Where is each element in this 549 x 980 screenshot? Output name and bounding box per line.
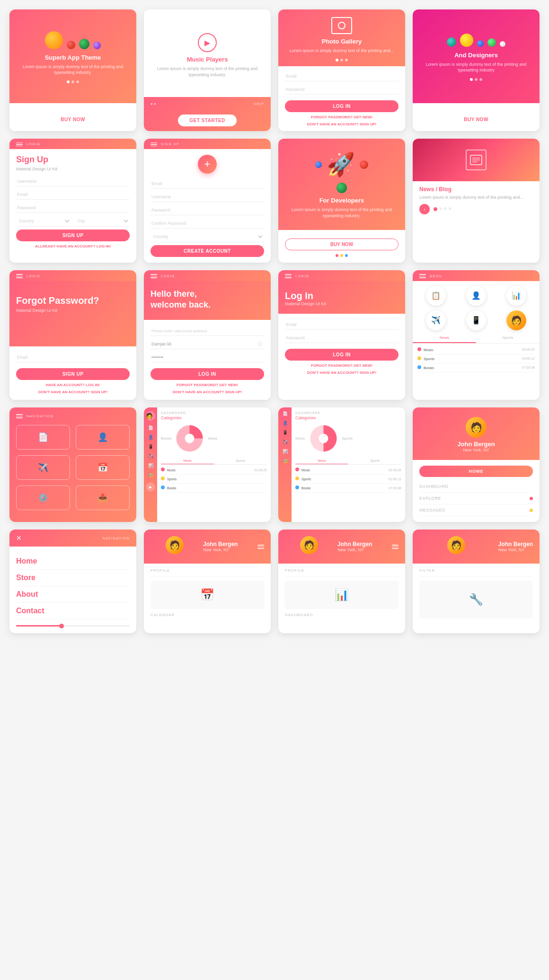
dash-tab-news[interactable]: News [161,458,214,464]
country-select[interactable]: Country [16,216,71,227]
menu-circle-doc[interactable]: 📋 [426,286,446,306]
hamburger-icon-hello[interactable] [151,274,157,278]
tab-news[interactable]: News [413,333,476,343]
hamburger-icon-2[interactable] [151,142,157,147]
nav-link-home[interactable]: Home [16,553,130,570]
plus-button[interactable]: + [198,155,217,174]
card-header-1: Superb App Theme Lorem ipsum is simply d… [9,9,136,103]
password-input-create[interactable] [151,205,264,215]
profile-home-button[interactable]: HOME [419,466,533,477]
sidebar-icon-user[interactable]: 👤 [148,435,153,440]
nav-icon-send[interactable]: ✈️ [16,455,70,480]
signup-already-link: ALLREADY HAVE AN ACCOUNT? LOG IN! [16,244,130,248]
close-icon[interactable]: ✕ [16,534,22,542]
email-input-login[interactable] [285,320,398,330]
sidebar-icon-phone[interactable]: 📱 [148,444,153,449]
hello-login-button[interactable]: LOG IN [151,368,264,380]
password-input-gallery[interactable] [285,85,398,95]
create-account-button[interactable]: CREATE ACCOUNT [151,245,264,257]
card-superb-app-theme: Superb App Theme Lorem ipsum is simply d… [9,9,136,131]
sidebar-icon-chart[interactable]: 📊 [148,463,153,468]
dash-tab-sports[interactable]: Sports [214,458,267,464]
dash-3-tabs: News Sports [295,458,401,465]
tab-sports[interactable]: Sports [476,333,540,343]
buy-now-button-2[interactable]: BUY NOW [452,114,500,125]
card-profile-bergen: 🧑 John Bergen New York, NY HOME DASHBOAR… [413,407,540,522]
hello-username-input[interactable] [151,339,264,349]
signup-title: Sign Up [16,155,130,165]
designers-title: And Designers [454,52,498,59]
email-input-fp[interactable] [16,353,130,362]
sb3-icon-chart[interactable]: 📊 [283,449,288,454]
hello-label: LOGIN [161,274,175,278]
info-icon: ⓘ [257,341,262,347]
card-create-account: SIGN UP + Country CREATE ACCOUNT [144,139,271,263]
nav-icon-user[interactable]: 👤 [76,425,130,450]
planet-orange [45,31,63,49]
sb3-icon-phone[interactable]: 📱 [283,430,288,435]
dash3-tab-sports[interactable]: Sports [348,458,401,464]
password-input-signup[interactable] [16,203,130,213]
menu-circle-user[interactable]: 👤 [466,286,486,306]
sidebar-icon-doc[interactable]: 📄 [148,425,153,430]
hamburger-icon-fp[interactable] [16,274,23,278]
menu-circle-phone[interactable]: 📱 [466,310,486,330]
hamburger-profile-3[interactable] [392,545,398,549]
sb3-icon-doc[interactable]: 📄 [283,411,288,416]
news-chevron-icon[interactable]: › [419,204,430,214]
orbs-illustration: 🚀 [315,151,368,178]
menu-circle-send[interactable]: ✈️ [426,310,446,330]
nav-link-about[interactable]: About [16,586,130,603]
city-select[interactable]: City [75,216,130,227]
get-started-button[interactable]: GET STARTED [178,115,236,126]
sidebar-icon-play[interactable]: ▶ [146,482,155,492]
sb3-icon-send[interactable]: ✈️ [283,440,288,444]
fp-subtitle: Material Design UI Kit [16,308,130,313]
sb3-icon-user[interactable]: 👤 [283,421,288,425]
play-button[interactable]: ▶ [198,33,217,52]
profile-body: HOME DASHBOARD EXPLORE MESSAGES [413,460,540,522]
sidebar-icon-send[interactable]: ✈️ [148,454,153,459]
menu-circle-avatar[interactable]: 🧑 [506,310,526,330]
buy-now-button-1[interactable]: BUY NOW [49,114,97,125]
nav-link-contact[interactable]: Contact [16,603,130,619]
username-input-create[interactable] [151,192,264,202]
email-input-create[interactable] [151,179,264,189]
profile-menu-explore[interactable]: EXPLORE [419,493,533,504]
nav-icon-gear[interactable]: ⚙️ [16,486,70,510]
login-button-3[interactable]: LOG IN [285,349,398,361]
nav-link-store[interactable]: Store [16,570,130,586]
hello-password-input[interactable] [151,353,264,362]
buy-now-button-dev[interactable]: BUY NOW [285,238,398,250]
hamburger-icon-menu[interactable] [419,274,426,278]
email-input-gallery[interactable] [285,71,398,81]
dash3-tab-news[interactable]: News [295,458,348,464]
pie-area-2: Books News [161,423,267,454]
login-button-gallery[interactable]: LOG IN [285,100,398,112]
signup-button[interactable]: SIGN UP [16,230,130,241]
nav-grid: 📄 👤 ✈️ 📅 ⚙️ 📤 [16,425,130,510]
profile-menu-dashboard[interactable]: DASHBOARD [419,481,533,493]
hamburger-icon-login[interactable] [285,274,292,278]
confirm-password-input[interactable] [151,219,264,229]
profile-menu-messages[interactable]: MESSAGES [419,504,533,516]
country-select-create[interactable]: Country [151,231,264,242]
fp-signup-button[interactable]: SIGN UP [16,368,130,380]
list-item-books-2: Books [161,484,267,493]
hamburger-icon-nav[interactable] [16,414,23,418]
pie-chart-3 [308,423,339,454]
nav-icon-calendar[interactable]: 📅 [76,455,130,480]
messages-dot [530,509,533,512]
hamburger-icon[interactable] [16,142,23,147]
nav-icon-export[interactable]: 📤 [76,486,130,510]
sidebar-icon-pic[interactable]: 🖼️ [148,473,153,477]
email-input-signup[interactable] [16,190,130,200]
sb3-icon-pic[interactable]: 🖼️ [283,459,288,463]
username-input[interactable] [16,177,130,186]
nav-icon-doc[interactable]: 📄 [16,425,70,450]
hello-email-input[interactable] [151,327,264,336]
password-input-login[interactable] [285,333,398,343]
slider-thumb[interactable] [59,624,64,628]
hamburger-profile-2[interactable] [257,545,264,549]
menu-circle-chart[interactable]: 📊 [506,286,526,306]
